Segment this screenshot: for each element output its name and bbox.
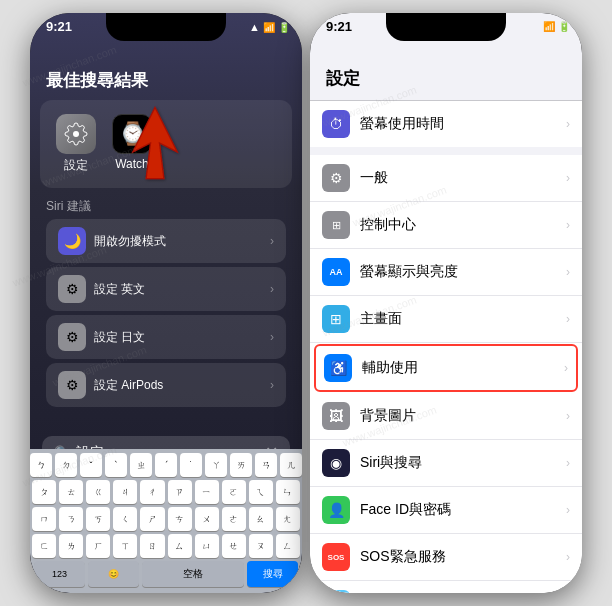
settings-item-display[interactable]: AA 螢幕顯示與亮度 › [310, 249, 582, 296]
settings-app-icon[interactable] [56, 114, 96, 154]
settings-label-wallpaper: 背景圖片 [360, 407, 556, 425]
key-6[interactable]: ˊ [155, 453, 177, 477]
watch-app[interactable]: ⌚ Watch [112, 114, 152, 174]
key-j[interactable]: ㄐ [113, 480, 137, 504]
key-10[interactable]: ㄢ [255, 453, 277, 477]
settings-icon-wallpaper: 🖼 [322, 402, 350, 430]
settings-item-screen-time[interactable]: ⏱ 螢幕使用時間 › [310, 101, 582, 147]
settings-gear-svg [64, 122, 88, 146]
settings-item-control-center[interactable]: ⊞ 控制中心 › [310, 202, 582, 249]
chevron-wallpaper: › [566, 409, 570, 423]
key-l[interactable]: ㄌ [59, 534, 83, 558]
key-g[interactable]: ㄍ [86, 480, 110, 504]
key-ch[interactable]: ㄔ [140, 480, 164, 504]
siri-suggestion-2-text: 設定 日文 [94, 329, 262, 346]
settings-item-accessibility[interactable]: ♿ 輔助使用 › [314, 344, 578, 392]
siri-suggestion-0-text: 開啟勿擾模式 [94, 233, 262, 250]
settings-label-siri: Siri與搜尋 [360, 454, 556, 472]
main-container: www.wajinchan.com www.wajinchan.com www.… [0, 0, 612, 606]
siri-suggestion-2[interactable]: ⚙ 設定 日文 › [46, 315, 286, 359]
key-ie[interactable]: ㄝ [222, 534, 246, 558]
siri-suggestion-1-icon: ⚙ [58, 275, 86, 303]
wifi-icon: ▲ [249, 21, 260, 33]
key-v[interactable]: ˇ [80, 453, 102, 477]
siri-suggestion-3[interactable]: ⚙ 設定 AirPods › [46, 363, 286, 407]
key-d[interactable]: ㄉ [55, 453, 77, 477]
key-yu[interactable]: ㄩ [195, 534, 219, 558]
settings-app-label: 設定 [64, 157, 88, 174]
settings-icon-control-center: ⊞ [322, 211, 350, 239]
settings-item-sos[interactable]: SOS SOS緊急服務 › [310, 534, 582, 581]
settings-label-sos: SOS緊急服務 [360, 548, 556, 566]
key-7[interactable]: ˙ [180, 453, 202, 477]
key-h[interactable]: ㄏ [86, 534, 110, 558]
siri-suggestion-0[interactable]: 🌙 開啟勿擾模式 › [46, 219, 286, 263]
signal-icon: 📶 [263, 22, 275, 33]
key-z[interactable]: ㄗ [168, 480, 192, 504]
siri-suggestion-1-chevron: › [270, 282, 274, 296]
key-11[interactable]: ㄦ [280, 453, 302, 477]
key-123[interactable]: 123 [34, 561, 85, 587]
key-emoji[interactable]: 😊 [88, 561, 139, 587]
key-c[interactable]: ㄘ [168, 507, 192, 531]
key-i[interactable]: ㄧ [195, 480, 219, 504]
key-k[interactable]: ㄎ [86, 507, 110, 531]
settings-item-wallpaper[interactable]: 🖼 背景圖片 › [310, 393, 582, 440]
settings-item-exposure[interactable]: ☀ 曝露通知 › [310, 581, 582, 593]
key-p[interactable]: ㄆ [32, 480, 56, 504]
key-ao[interactable]: ㄠ [249, 507, 273, 531]
key-e[interactable]: ㄜ [222, 507, 246, 531]
right-status-time: 9:21 [326, 19, 352, 34]
key-ou[interactable]: ㄡ [249, 534, 273, 558]
settings-icon-screen-time: ⏱ [322, 110, 350, 138]
key-8[interactable]: ㄚ [205, 453, 227, 477]
key-4[interactable]: ˋ [105, 453, 127, 477]
key-s[interactable]: ㄙ [168, 534, 192, 558]
siri-label: Siri 建議 [46, 198, 286, 215]
settings-item-faceid[interactable]: 👤 Face ID與密碼 › [310, 487, 582, 534]
settings-label-control-center: 控制中心 [360, 216, 556, 234]
right-phone: 9:21 📶 🔋 設定 ⏱ 螢幕使用時間 › [310, 13, 582, 593]
key-ei[interactable]: ㄟ [249, 480, 273, 504]
watch-app-label: Watch [115, 157, 149, 171]
key-search[interactable]: 搜尋 [247, 561, 298, 587]
key-x[interactable]: ㄒ [113, 534, 137, 558]
settings-app[interactable]: 設定 [56, 114, 96, 174]
key-ang[interactable]: ㄤ [276, 507, 300, 531]
settings-icon-faceid: 👤 [322, 496, 350, 524]
key-t[interactable]: ㄊ [59, 480, 83, 504]
settings-item-siri[interactable]: ◉ Siri與搜尋 › [310, 440, 582, 487]
chevron-faceid: › [566, 503, 570, 517]
key-eng[interactable]: ㄥ [276, 534, 300, 558]
key-o[interactable]: ㄛ [222, 480, 246, 504]
watch-app-icon[interactable]: ⌚ [112, 114, 152, 154]
key-b[interactable]: ㄅ [30, 453, 52, 477]
key-5[interactable]: ㄓ [130, 453, 152, 477]
siri-suggestion-1[interactable]: ⚙ 設定 英文 › [46, 267, 286, 311]
search-header: 最佳搜尋結果 [30, 65, 302, 100]
key-q[interactable]: ㄑ [113, 507, 137, 531]
key-r[interactable]: ㄖ [140, 534, 164, 558]
right-wifi-icon: 📶 [543, 21, 555, 32]
left-screen: 9:21 ▲ 📶 🔋 最佳搜尋結果 [30, 13, 302, 593]
siri-suggestion-3-icon: ⚙ [58, 371, 86, 399]
key-u[interactable]: ㄨ [195, 507, 219, 531]
settings-label-home: 主畫面 [360, 310, 556, 328]
key-sh[interactable]: ㄕ [140, 507, 164, 531]
right-screen: 9:21 📶 🔋 設定 ⏱ 螢幕使用時間 › [310, 13, 582, 593]
key-n[interactable]: ㄋ [59, 507, 83, 531]
settings-list: ⏱ 螢幕使用時間 › ⚙ 一般 › ⊞ 控制中心 › [310, 101, 582, 593]
settings-item-home[interactable]: ⊞ 主畫面 › [310, 296, 582, 343]
keyboard-row-1: ㄅ ㄉ ˇ ˋ ㄓ ˊ ˙ ㄚ ㄞ ㄢ ㄦ [32, 453, 300, 477]
settings-item-general[interactable]: ⚙ 一般 › [310, 155, 582, 202]
key-9[interactable]: ㄞ [230, 453, 252, 477]
settings-icon-exposure: ☀ [322, 590, 350, 593]
settings-title: 設定 [326, 67, 360, 90]
key-m[interactable]: ㄇ [32, 507, 56, 531]
key-space[interactable]: 空格 [142, 561, 244, 587]
key-en[interactable]: ㄣ [276, 480, 300, 504]
key-f[interactable]: ㄈ [32, 534, 56, 558]
chevron-accessibility: › [564, 361, 568, 375]
notch [106, 13, 226, 41]
siri-suggestion-0-icon: 🌙 [58, 227, 86, 255]
